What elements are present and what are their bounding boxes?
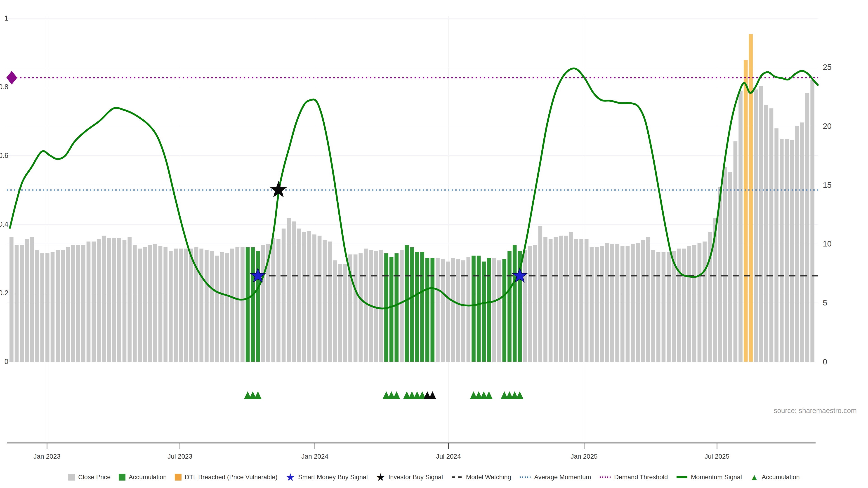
bar-close-price [559, 236, 563, 362]
bar-close-price [302, 232, 306, 362]
bar-close-price [672, 251, 676, 362]
legend-item-close-price[interactable]: Close Price [68, 474, 111, 481]
legend-item-dtl-breached-price-vulnerable[interactable]: DTL Breached (Price Vulnerable) [175, 474, 277, 481]
bar-close-price [189, 249, 193, 362]
bar-close-price [153, 244, 157, 362]
bar-close-price [579, 239, 583, 362]
bar-close-price [205, 250, 209, 362]
legend-square-icon [68, 474, 75, 481]
bar-close-price [353, 254, 358, 362]
bar-close-price [225, 253, 229, 362]
bar-close-price [641, 240, 645, 362]
bar-close-price [528, 246, 532, 362]
bar-close-price [451, 258, 455, 362]
bar-close-price [538, 226, 542, 362]
bar-close-price [739, 91, 743, 362]
legend-item-average-momentum[interactable]: Average Momentum [519, 474, 591, 481]
bar-close-price [235, 248, 239, 362]
bar-close-price [127, 237, 131, 362]
bar-close-price [123, 240, 127, 362]
bar-close-price [585, 239, 589, 362]
bar-accumulation [390, 257, 394, 362]
bar-close-price [446, 262, 450, 362]
chart-legend: Close PriceAccumulationDTL Breached (Pri… [0, 474, 868, 481]
bar-close-price [81, 245, 86, 362]
bar-accumulation [477, 256, 481, 362]
bar-close-price [51, 252, 55, 362]
legend-item-smart-money-buy-signal[interactable]: ★Smart Money Buy Signal [286, 474, 368, 481]
legend-label: Accumulation [129, 474, 166, 481]
bar-close-price [533, 245, 537, 362]
x-axis-tick-label: Jan 2025 [570, 453, 597, 460]
bar-close-price [682, 249, 686, 362]
left-axis-tick-label: 1 [4, 14, 8, 22]
bar-close-price [76, 245, 80, 362]
bar-dtl-breached [744, 60, 748, 362]
bar-close-price [56, 250, 60, 362]
bar-close-price [795, 126, 799, 362]
bar-close-price [179, 249, 183, 362]
chart-canvas: Jan 2023Jul 2023Jan 2024Jul 2024Jan 2025… [0, 0, 868, 488]
bar-close-price [359, 253, 363, 362]
legend-item-investor-buy-signal[interactable]: ★Investor Buy Signal [376, 474, 443, 481]
bar-dtl-breached [749, 34, 753, 362]
bar-close-price [92, 241, 96, 362]
bar-close-price [600, 246, 604, 362]
bar-close-price [138, 249, 142, 362]
demand-threshold-diamond-icon [6, 71, 17, 85]
bar-close-price [220, 252, 224, 362]
bar-close-price [143, 248, 147, 362]
bar-close-price [770, 108, 774, 362]
bar-close-price [759, 86, 763, 362]
price-momentum-chart: Jan 2023Jul 2023Jan 2024Jul 2024Jan 2025… [0, 0, 868, 488]
bar-close-price [71, 245, 75, 362]
accumulation-triangle-black-icon [429, 391, 436, 399]
left-axis-tick-label: 0.2 [0, 289, 8, 297]
bar-close-price [785, 139, 789, 362]
accumulation-triangle-icon [516, 391, 523, 399]
legend-label: Accumulation [762, 474, 800, 481]
bar-close-price [441, 259, 445, 362]
bar-close-price [20, 245, 24, 362]
bar-close-price [323, 240, 327, 362]
bar-close-price [338, 264, 342, 362]
bar-close-price [292, 221, 296, 362]
bar-close-price [436, 258, 440, 362]
bar-close-price [590, 248, 594, 362]
x-axis-tick-label: Jul 2023 [167, 453, 192, 460]
legend-item-accumulation[interactable]: Accumulation [119, 474, 166, 481]
legend-item-accumulation[interactable]: ▲Accumulation [750, 474, 800, 481]
bar-close-price [620, 246, 625, 362]
bar-close-price [605, 242, 609, 362]
legend-label: Close Price [78, 474, 111, 481]
legend-item-momentum-signal[interactable]: Momentum Signal [676, 474, 742, 481]
bar-close-price [595, 248, 599, 362]
x-axis-tick-label: Jan 2024 [301, 453, 328, 460]
bar-accumulation [513, 245, 517, 362]
legend-triangle-icon: ▲ [750, 474, 758, 481]
bar-close-price [168, 251, 173, 362]
bar-close-price [97, 239, 101, 362]
bar-close-price [333, 260, 337, 362]
bar-close-price [764, 105, 768, 362]
bar-close-price [544, 237, 548, 362]
legend-label: Smart Money Buy Signal [298, 474, 368, 481]
bar-close-price [163, 248, 167, 362]
legend-dashes-icon [451, 476, 463, 479]
bar-close-price [492, 258, 496, 362]
bar-close-price [35, 250, 39, 362]
bar-close-price [754, 90, 758, 362]
legend-square-icon [175, 474, 182, 481]
legend-item-model-watching[interactable]: Model Watching [451, 474, 511, 481]
bar-close-price [276, 239, 281, 362]
bar-close-price [554, 237, 558, 362]
bar-accumulation [415, 252, 419, 362]
legend-item-demand-threshold[interactable]: Demand Threshold [599, 474, 668, 481]
right-axis-tick-label: 5 [823, 298, 827, 307]
bar-close-price [549, 239, 553, 362]
bar-accumulation [487, 258, 491, 362]
bar-accumulation [410, 248, 414, 362]
bar-close-price [379, 250, 383, 362]
right-axis-tick-label: 20 [823, 122, 832, 130]
bar-close-price [199, 249, 204, 362]
